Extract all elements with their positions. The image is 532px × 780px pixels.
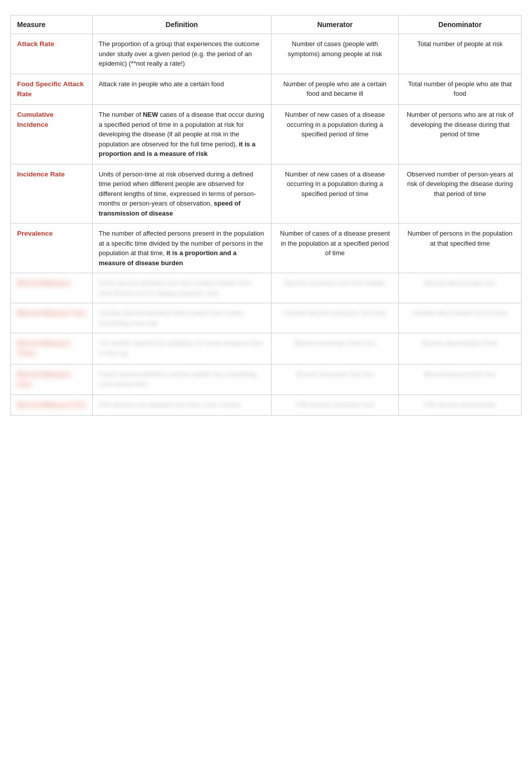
header-measure: Measure bbox=[11, 16, 93, 34]
numerator-cell: Number of cases (people with symptoms) a… bbox=[271, 34, 399, 74]
denominator-cell: Total number of people who ate that food bbox=[399, 74, 521, 105]
definition-cell-blurred: Yet another blurred text definition for … bbox=[93, 333, 272, 364]
table-row-blurred: Blurred Measure Some blurred definition … bbox=[11, 273, 521, 303]
table-row: Cumulative Incidence The number of NEW c… bbox=[11, 105, 521, 164]
denominator-cell: Observed number of person-years at risk … bbox=[399, 164, 521, 224]
definition-cell: Attack rate in people who ate a certain … bbox=[93, 74, 272, 105]
denominator-cell-blurred: Another denominator blurred text bbox=[399, 303, 521, 333]
definition-cell-blurred: Another blurred definition field content… bbox=[93, 303, 272, 333]
measure-label-blurred: Blurred Measure Four bbox=[17, 370, 71, 388]
measure-label: Prevalence bbox=[17, 230, 53, 237]
measure-label: Cumulative Incidence bbox=[17, 111, 54, 128]
header-numerator: Numerator bbox=[271, 16, 399, 34]
definition-cell: The number of affected persons present i… bbox=[93, 224, 272, 273]
denominator-cell-blurred: Blurred denominator four bbox=[399, 364, 521, 395]
table-row-blurred: Blurred Measure Five Fifth blurred row d… bbox=[11, 395, 521, 416]
table-row: Attack Rate The proportion of a group th… bbox=[11, 34, 521, 74]
measure-label-blurred: Blurred Measure Five bbox=[17, 401, 86, 409]
header-denominator: Denominator bbox=[399, 16, 521, 34]
denominator-cell-blurred: Blurred denominator three bbox=[399, 333, 521, 364]
denominator-cell: Number of persons in the population at t… bbox=[399, 224, 521, 273]
denominator-cell-blurred: Fifth blurred denominator bbox=[399, 395, 521, 416]
table-row-blurred: Blurred Measure Four Fourth blurred defi… bbox=[11, 364, 521, 395]
definition-cell-blurred: Fifth blurred row definition text here m… bbox=[93, 395, 272, 416]
denominator-cell: Total number of people at risk bbox=[399, 34, 521, 74]
definition-cell: The proportion of a group that experienc… bbox=[93, 34, 272, 74]
numerator-cell-blurred: Another blurred numerator text here bbox=[271, 303, 399, 333]
measure-label: Food Specific Attack Rate bbox=[17, 80, 84, 98]
measure-label-blurred: Blurred Measure Two bbox=[17, 309, 85, 317]
numerator-cell: Number of new cases of a disease occurri… bbox=[271, 105, 399, 164]
denominator-cell: Number of persons who are at risk of dev… bbox=[399, 105, 521, 164]
denominator-cell-blurred: Blurred denominator text bbox=[399, 273, 521, 303]
measure-label-blurred: Blurred Measure Three bbox=[17, 339, 71, 357]
numerator-cell: Number of cases of a disease present in … bbox=[271, 224, 399, 273]
definition-cell: The number of NEW cases of a disease tha… bbox=[93, 105, 272, 164]
numerator-cell-blurred: Blurred numerator four text bbox=[271, 364, 399, 395]
table-row: Prevalence The number of affected person… bbox=[11, 224, 521, 273]
definition-cell-blurred: Fourth blurred definition content hidden… bbox=[93, 364, 272, 395]
numerator-cell-blurred: Fifth blurred numerator text bbox=[271, 395, 399, 416]
table-row: Food Specific Attack Rate Attack rate in… bbox=[11, 74, 521, 105]
measure-label: Incidence Rate bbox=[17, 170, 65, 178]
measure-label-blurred: Blurred Measure bbox=[17, 279, 71, 287]
definition-cell-blurred: Some blurred definition text here conten… bbox=[93, 273, 272, 303]
numerator-cell-blurred: Blurred numerator text here hidden bbox=[271, 273, 399, 303]
numerator-cell-blurred: Blurred numerator three text bbox=[271, 333, 399, 364]
definition-cell: Units of person-time at risk observed du… bbox=[93, 164, 272, 224]
table-row: Incidence Rate Units of person-time at r… bbox=[11, 164, 521, 224]
table-row-blurred: Blurred Measure Three Yet another blurre… bbox=[11, 333, 521, 364]
measure-label: Attack Rate bbox=[17, 40, 54, 48]
numerator-cell: Number of new cases of a disease occurri… bbox=[271, 164, 399, 224]
header-definition: Definition bbox=[93, 16, 272, 34]
numerator-cell: Number of people who ate a certain food … bbox=[271, 74, 399, 105]
table-row-blurred: Blurred Measure Two Another blurred defi… bbox=[11, 303, 521, 333]
